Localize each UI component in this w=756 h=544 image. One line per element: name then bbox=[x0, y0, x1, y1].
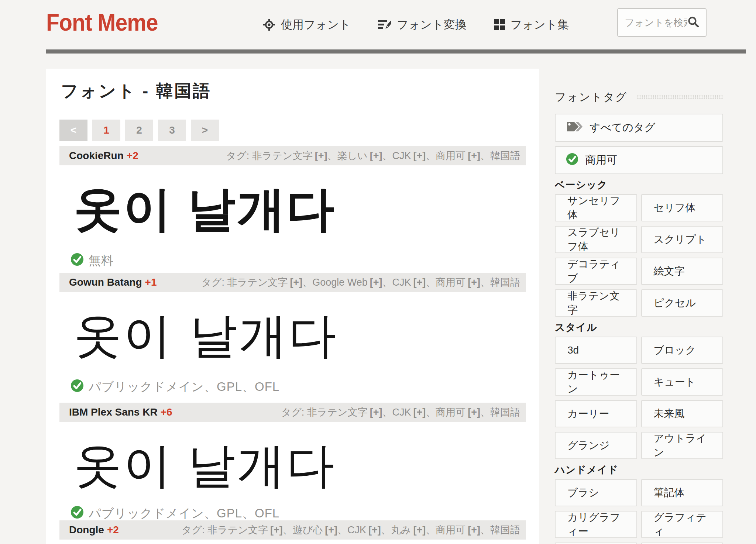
tag-add-button[interactable]: [+] bbox=[290, 277, 302, 288]
tag-filter-button[interactable]: スクリプト bbox=[641, 226, 724, 253]
tag-filter-button[interactable]: カリグラフィー bbox=[555, 511, 637, 538]
tag-filter-button[interactable]: キュート bbox=[641, 368, 724, 396]
commercial-use-filter[interactable]: 商用可 bbox=[555, 146, 723, 174]
font-extra-count[interactable]: +2 bbox=[127, 150, 138, 161]
license-line: パブリックドメイン、GPL、OFL bbox=[71, 505, 279, 522]
tag-link[interactable]: 楽しい bbox=[337, 150, 367, 161]
tag-link[interactable]: 非ラテン文字 bbox=[227, 277, 288, 288]
tag-filter-button[interactable]: 3d bbox=[555, 337, 637, 364]
font-sample-image[interactable]: 옷이 날개다 bbox=[74, 422, 336, 510]
all-tags-button[interactable]: すべてのタグ bbox=[555, 114, 723, 142]
sidebar-heading: フォントタグ bbox=[555, 90, 627, 105]
font-name-link[interactable]: IBM Plex Sans KR+6 bbox=[69, 406, 172, 418]
tag-filter-button[interactable] bbox=[641, 543, 724, 544]
tag-filter-label: カリグラフィー bbox=[567, 510, 625, 538]
tag-link[interactable]: 韓国語 bbox=[490, 407, 520, 418]
tag-filter-button[interactable]: サンセリフ体 bbox=[555, 194, 637, 221]
search-icon[interactable] bbox=[687, 16, 699, 29]
tag-filter-button[interactable]: 絵文字 bbox=[641, 258, 724, 285]
tag-filter-button[interactable] bbox=[555, 543, 637, 544]
page: Font Meme 使用フォント bbox=[0, 0, 756, 544]
font-name-link[interactable]: Gowun Batang+1 bbox=[69, 276, 157, 288]
font-name-link[interactable]: Dongle+2 bbox=[69, 524, 119, 536]
tag-link[interactable]: 韓国語 bbox=[490, 150, 520, 161]
tag-filter-button[interactable]: グラフィティ bbox=[641, 511, 724, 538]
tag-add-button[interactable]: [+] bbox=[370, 150, 382, 161]
tag-filter-label: スクリプト bbox=[654, 233, 707, 247]
tag-link[interactable]: 商用可 bbox=[436, 150, 465, 161]
tag-add-button[interactable]: [+] bbox=[468, 407, 480, 418]
font-extra-count[interactable]: +1 bbox=[145, 276, 157, 288]
font-name: Gowun Batang bbox=[69, 276, 142, 288]
font-sample-image[interactable]: 옷이 날개다 bbox=[74, 165, 336, 254]
tag-add-button[interactable]: [+] bbox=[468, 277, 480, 288]
font-sample-image[interactable]: 옷이 날개다 bbox=[74, 292, 338, 381]
license-line: パブリックドメイン、GPL、OFL bbox=[71, 379, 279, 395]
tag-filter-label: カートゥーン bbox=[567, 368, 625, 396]
nav-fonts-in-use[interactable]: 使用フォント bbox=[263, 17, 351, 32]
tag-filter-button[interactable]: アウトライン bbox=[641, 432, 724, 459]
site-logo[interactable]: Font Meme bbox=[46, 9, 158, 36]
tag-filter-button[interactable]: カーリー bbox=[555, 400, 637, 427]
search-input[interactable] bbox=[625, 17, 687, 28]
tag-link[interactable]: CJK bbox=[392, 407, 411, 418]
tag-link[interactable]: 非ラテン文字 bbox=[252, 150, 313, 161]
font-extra-count[interactable]: +2 bbox=[107, 524, 119, 536]
tag-add-button[interactable]: [+] bbox=[270, 524, 283, 536]
tag-separator: 、 bbox=[426, 407, 436, 418]
tag-filter-button[interactable]: グランジ bbox=[555, 432, 637, 459]
tag-link[interactable]: 商用可 bbox=[436, 407, 465, 418]
tag-filter-button[interactable]: ブラシ bbox=[555, 479, 637, 506]
tag-link[interactable]: 韓国語 bbox=[490, 524, 520, 536]
tag-add-button[interactable]: [+] bbox=[325, 524, 337, 536]
pagination-page-3[interactable]: 3 bbox=[158, 120, 186, 141]
tag-link[interactable]: 商用可 bbox=[436, 277, 465, 288]
tag-add-button[interactable]: [+] bbox=[468, 150, 480, 161]
tag-filter-button[interactable]: ピクセル bbox=[641, 289, 724, 317]
tag-link[interactable]: 丸み bbox=[391, 524, 411, 536]
tag-filter-button[interactable]: 未来風 bbox=[641, 400, 724, 427]
font-row-header: Dongle+2 タグ: 非ラテン文字[+]、遊び心[+]、CJK[+]、丸み[… bbox=[59, 520, 526, 540]
tag-add-button[interactable]: [+] bbox=[370, 277, 382, 288]
tag-filter-button[interactable]: ブロック bbox=[641, 337, 724, 364]
tag-filter-button[interactable]: カートゥーン bbox=[555, 368, 637, 396]
tag-filter-button[interactable]: 筆記体 bbox=[641, 479, 724, 506]
tag-link[interactable]: 遊び心 bbox=[293, 524, 323, 536]
tag-add-button[interactable]: [+] bbox=[413, 407, 426, 418]
font-extra-count[interactable]: +6 bbox=[161, 406, 172, 418]
pagination-page-2[interactable]: 2 bbox=[125, 120, 153, 141]
edit-list-icon bbox=[378, 19, 391, 31]
pagination-page-1[interactable]: 1 bbox=[92, 120, 120, 141]
commercial-label: 商用可 bbox=[585, 153, 617, 168]
tag-link[interactable]: 商用可 bbox=[436, 524, 465, 536]
tag-add-button[interactable]: [+] bbox=[468, 524, 480, 536]
tag-add-button[interactable]: [+] bbox=[315, 150, 327, 161]
tag-link[interactable]: CJK bbox=[392, 150, 411, 161]
tag-link[interactable]: 非ラテン文字 bbox=[207, 524, 268, 536]
sidebar-heading-row: フォントタグ bbox=[555, 91, 723, 103]
nav-font-generator[interactable]: フォント変換 bbox=[378, 17, 467, 32]
tag-add-button[interactable]: [+] bbox=[413, 277, 426, 288]
tag-add-button[interactable]: [+] bbox=[413, 150, 426, 161]
tag-link[interactable]: CJK bbox=[392, 277, 411, 288]
tag-link[interactable]: 非ラテン文字 bbox=[307, 407, 368, 418]
tag-link[interactable]: Google Web bbox=[312, 277, 368, 288]
tag-filter-button[interactable]: 非ラテン文字 bbox=[555, 289, 637, 317]
tag-add-button[interactable]: [+] bbox=[370, 407, 382, 418]
pagination-next[interactable]: > bbox=[191, 120, 219, 141]
tag-separator: 、 bbox=[480, 407, 490, 418]
tag-add-button[interactable]: [+] bbox=[368, 524, 381, 536]
tag-separator: 、 bbox=[480, 524, 490, 536]
tag-filter-button[interactable]: スラブセリフ体 bbox=[555, 226, 637, 253]
tag-add-button[interactable]: [+] bbox=[413, 524, 426, 536]
tag-filter-button[interactable]: セリフ体 bbox=[641, 194, 724, 221]
font-row-header: CookieRun+2 タグ: 非ラテン文字[+]、楽しい[+]、CJK[+]、… bbox=[59, 146, 526, 165]
tag-link[interactable]: CJK bbox=[347, 524, 366, 536]
tag-filter-label: デコラティブ bbox=[567, 257, 625, 285]
license-line: 無料 bbox=[71, 252, 114, 269]
nav-font-collections[interactable]: フォント集 bbox=[494, 17, 569, 32]
tag-filter-button[interactable]: デコラティブ bbox=[555, 258, 637, 285]
pagination-prev[interactable]: < bbox=[59, 120, 87, 141]
tag-link[interactable]: 韓国語 bbox=[490, 277, 520, 288]
font-name-link[interactable]: CookieRun+2 bbox=[69, 150, 138, 162]
